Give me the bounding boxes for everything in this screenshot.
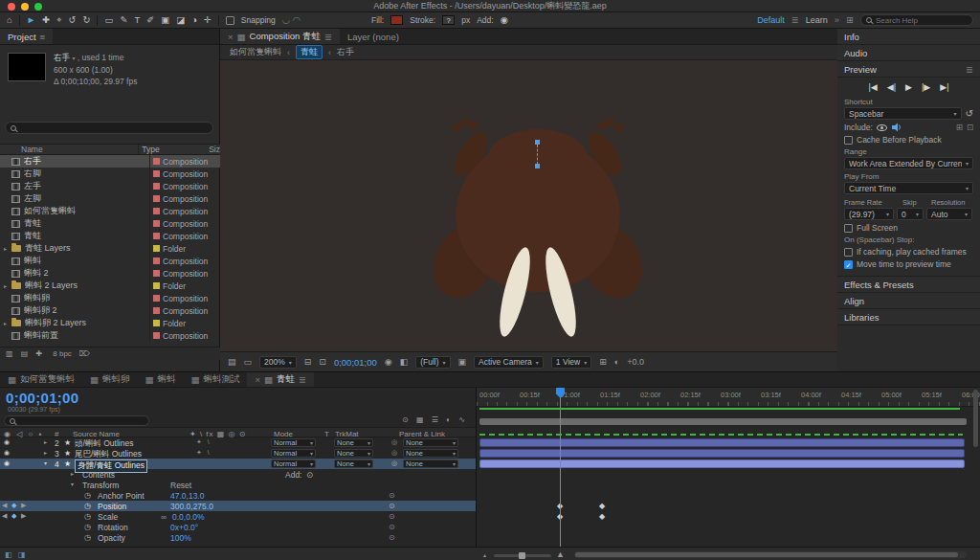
orbit-camera-tool-icon[interactable]: ↺ — [68, 15, 76, 25]
label-color-chip[interactable] — [153, 233, 160, 239]
timeline-zoom-slider-handle[interactable] — [519, 552, 525, 559]
full-screen-checkbox[interactable] — [844, 224, 853, 233]
snapshot-icon[interactable]: ◉ — [385, 357, 392, 367]
label-color-chip[interactable] — [153, 307, 160, 314]
keyframe-at-time-icon[interactable]: ◆ — [11, 512, 16, 520]
project-row[interactable]: ▸青蛙 LayersFolder — [0, 242, 220, 255]
timeline-view-option-icons[interactable]: ⊙ ▦ ☰ ◐ ∿ — [402, 415, 468, 424]
stamp-tool-icon[interactable]: ▣ — [161, 15, 169, 25]
audio-panel-header[interactable]: Audio — [837, 45, 980, 60]
move-time-checkbox[interactable]: ✓ — [844, 260, 853, 269]
label-color-chip[interactable] — [153, 282, 160, 289]
minimize-window-button[interactable] — [21, 3, 29, 11]
layer-visibility-icon[interactable]: ◉ — [4, 438, 10, 446]
project-row[interactable]: ▸蝌蚪前置Composition — [0, 329, 220, 342]
property-label[interactable]: Position — [98, 502, 126, 511]
label-color-chip[interactable] — [153, 158, 160, 165]
stroke-color-swatch[interactable]: ? — [442, 15, 455, 25]
magnification-icon[interactable]: ▭ — [244, 357, 253, 367]
composition-viewer-tab[interactable]: × ▦ Composition 青蛙 ≣ — [220, 29, 340, 44]
timeline-search-box[interactable] — [4, 415, 149, 426]
project-row[interactable]: ▸右手Composition — [0, 155, 220, 168]
project-row[interactable]: ▸如何當隻蝌蚪Composition — [0, 205, 220, 217]
overflow-chevrons-icon[interactable]: » — [835, 15, 839, 25]
include-audio-icon[interactable] — [891, 123, 902, 132]
close-tab-icon[interactable]: × — [228, 32, 234, 42]
parent-dropdown[interactable]: None▾ — [403, 438, 458, 447]
label-color-chip[interactable] — [153, 270, 160, 277]
layer-expander-icon[interactable]: ▸ — [44, 449, 47, 456]
add-property-icon[interactable]: ⊙ — [306, 470, 313, 480]
workspace-grid-icon[interactable]: ⊞ — [846, 15, 854, 25]
zoom-dropdown[interactable]: 200%▾ — [259, 356, 297, 369]
trkmat-dropdown[interactable]: None▾ — [334, 438, 373, 447]
label-color-chip[interactable] — [153, 320, 160, 326]
composition-viewport[interactable] — [220, 60, 837, 351]
next-frame-button[interactable]: |▶ — [922, 82, 930, 92]
label-color-chip[interactable] — [153, 208, 160, 214]
reset-transform-button[interactable]: Reset — [170, 481, 191, 490]
shape-tool-icon[interactable]: ▭ — [104, 15, 113, 25]
project-panel-tab[interactable]: Project ≡ — [0, 29, 53, 44]
pen-tool-icon[interactable]: ✎ — [120, 15, 127, 25]
first-frame-button[interactable]: |◀ — [869, 82, 878, 92]
timeline-current-time[interactable]: 0;00;01;00 — [6, 390, 78, 406]
label-color-chip[interactable] — [153, 220, 160, 227]
layer-switches-icons[interactable]: ✦ \ — [196, 438, 212, 446]
pickwhip-icon[interactable]: ◎ — [391, 459, 397, 467]
contents-group-row[interactable]: ▸ Contents Add: ⊙ — [0, 469, 476, 480]
project-row[interactable]: ▸右脚Composition — [0, 168, 220, 180]
label-color-chip[interactable] — [153, 183, 160, 190]
last-frame-button[interactable]: ▶| — [940, 82, 948, 92]
property-label[interactable]: Rotation — [98, 523, 128, 532]
play-button[interactable]: ▶ — [905, 82, 912, 92]
project-search-input[interactable] — [20, 123, 208, 132]
timeline-tab[interactable]: ▦如何當隻蝌蚪 — [0, 372, 82, 387]
label-color-chip[interactable] — [153, 295, 160, 302]
bit-depth-indicator[interactable]: 8 bpc — [53, 349, 72, 358]
layer-visibility-icon[interactable]: ◉ — [4, 459, 10, 467]
skip-dropdown[interactable]: 0▾ — [897, 208, 924, 220]
timeline-horizontal-scrollbar[interactable] — [574, 551, 967, 558]
stopwatch-icon[interactable]: ◷ — [84, 491, 91, 500]
include-overlays-icon[interactable]: ⊞ — [956, 123, 963, 132]
hand-tool-icon[interactable]: ✚ — [42, 15, 50, 25]
trkmat-dropdown[interactable]: None▾ — [334, 449, 373, 458]
property-label[interactable]: Opacity — [98, 533, 125, 543]
column-type[interactable]: Type — [138, 145, 209, 154]
layer-switches-icons[interactable]: ✦ \ — [196, 449, 212, 457]
time-ruler[interactable]: 00:00f 00:15f 01:00f 01:15f 02:00f 02:15… — [477, 388, 980, 407]
close-tab-icon[interactable]: × — [255, 374, 260, 385]
exposure-value[interactable]: +0.0 — [627, 357, 644, 367]
expander-icon[interactable]: ▸ — [4, 245, 11, 252]
stopwatch-icon[interactable]: ◷ — [84, 502, 91, 510]
search-help-input[interactable] — [876, 16, 968, 25]
label-color-chip[interactable] — [153, 258, 160, 264]
property-toggle-icon[interactable]: ⊙ — [389, 502, 395, 510]
comp-current-time[interactable]: 0;00;01;00 — [334, 357, 377, 368]
project-row[interactable]: ▸左手Composition — [0, 180, 220, 192]
layer-row[interactable]: ◉ ▸ 2 ★ 頭/蝌蚪 Outlines ✦ \ Normal▾ None▾ … — [0, 437, 476, 448]
panel-menu-icon[interactable]: ≣ — [324, 32, 332, 42]
project-row[interactable]: ▸青蛙Composition — [0, 230, 220, 242]
panel-menu-icon[interactable]: ≣ — [966, 64, 973, 75]
breadcrumb-nested-comp[interactable]: 右手 — [337, 46, 354, 58]
expander-icon[interactable]: ▸ — [4, 320, 11, 326]
eraser-tool-icon[interactable]: ◪ — [176, 15, 185, 25]
property-value[interactable]: 47.0,13.0 — [170, 491, 204, 501]
property-value[interactable]: 100% — [170, 533, 191, 543]
project-row[interactable]: ▸蝌蚪卵 2 LayersFolder — [0, 317, 220, 329]
timeline-tab[interactable]: ▦蝌蚪 — [137, 372, 183, 387]
add-shape-icon[interactable]: ◉ — [501, 15, 508, 25]
layer-expander-icon[interactable]: ▾ — [44, 459, 47, 466]
project-row[interactable]: ▸蝌蚪Composition — [0, 255, 220, 267]
timeline-vertical-scrollbar[interactable] — [973, 390, 978, 447]
property-value[interactable]: 0x+0.0° — [170, 523, 198, 532]
transform-group-row[interactable]: ▾ Transform Reset — [0, 480, 476, 490]
anchor-point-row[interactable]: ◷ Anchor Point 47.0,13.0 ⊙ — [0, 490, 476, 501]
project-footer-icons[interactable]: ▥ ▤ ✚ — [6, 349, 45, 358]
selection-anchor-top[interactable] — [535, 140, 540, 145]
stopwatch-icon[interactable]: ◷ — [84, 533, 91, 542]
rotation-tool-icon[interactable]: ↻ — [82, 15, 90, 25]
workspace-selector[interactable]: Default — [757, 15, 785, 25]
